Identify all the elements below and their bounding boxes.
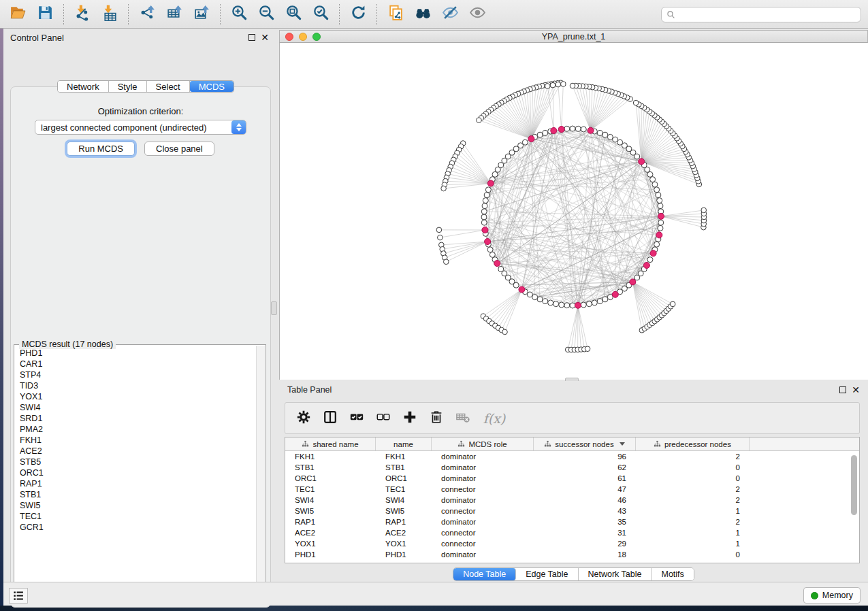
clone-network-button[interactable] xyxy=(383,3,408,26)
add-column-button[interactable] xyxy=(400,408,420,429)
table-scrollbar[interactable] xyxy=(851,455,857,515)
search-icon xyxy=(666,10,675,19)
task-history-button[interactable] xyxy=(9,588,28,604)
memory-label: Memory xyxy=(822,591,853,600)
table-row[interactable]: RAP1RAP1dominator352 xyxy=(285,516,859,527)
column-label: successor nodes xyxy=(555,440,613,448)
network-window-titlebar[interactable]: YPA_prune.txt_1 xyxy=(279,30,868,43)
select-all-button[interactable] xyxy=(347,408,367,429)
mcds-result-scrollbar[interactable] xyxy=(256,346,265,596)
mcds-result-item[interactable]: ACE2 xyxy=(20,446,255,457)
mcds-result-item[interactable]: PMA2 xyxy=(20,424,255,435)
table-cell: 0 xyxy=(636,550,750,559)
zoom-in-button[interactable] xyxy=(227,3,251,26)
close-panel-icon[interactable]: ✕ xyxy=(261,34,269,41)
table-cell: 47 xyxy=(534,485,636,493)
tab-select[interactable]: Select xyxy=(147,81,190,92)
mcds-result-item[interactable]: SRD1 xyxy=(20,413,255,424)
delete-column-button[interactable] xyxy=(426,408,447,429)
mcds-result-item[interactable]: STB1 xyxy=(20,489,255,500)
export-network-button[interactable] xyxy=(135,3,159,26)
mcds-result-list[interactable]: PHD1CAR1STP4TID3YOX1SWI4SRD1PMA2FKH1ACE2… xyxy=(15,348,255,594)
column-header-name[interactable]: name xyxy=(376,437,432,450)
column-header-MCDS-role[interactable]: MCDS role xyxy=(432,437,534,450)
node-table[interactable]: shared namenameMCDS rolesuccessor nodesp… xyxy=(285,437,860,563)
mcds-result-item[interactable]: GCR1 xyxy=(20,522,255,533)
float-table-panel-icon[interactable] xyxy=(839,386,846,393)
table-cell: 31 xyxy=(534,529,636,537)
table-row[interactable]: FKH1FKH1dominator962 xyxy=(285,451,859,462)
table-header-row: shared namenameMCDS rolesuccessor nodesp… xyxy=(285,437,859,451)
table-cell: dominator xyxy=(432,518,534,526)
open-file-button[interactable] xyxy=(5,3,30,26)
column-header-shared-name[interactable]: shared name xyxy=(285,437,376,450)
column-label: shared name xyxy=(312,440,358,448)
table-row[interactable]: TEC1TEC1connector472 xyxy=(285,484,859,495)
first-neighbors-button[interactable] xyxy=(411,3,435,26)
sort-desc-icon xyxy=(620,442,625,446)
tab-node-table[interactable]: Node Table xyxy=(453,568,516,580)
table-cell: connector xyxy=(432,485,534,493)
zoom-fit-button[interactable] xyxy=(281,3,306,26)
table-cell: STB1 xyxy=(285,463,376,472)
mcds-result-item[interactable]: SWI4 xyxy=(20,402,255,413)
tab-style[interactable]: Style xyxy=(109,81,147,92)
import-network-button[interactable] xyxy=(70,3,95,26)
delete-table-button xyxy=(453,408,473,429)
mcds-result-item[interactable]: SWI5 xyxy=(20,500,255,511)
show-all-button[interactable] xyxy=(465,3,489,26)
vertical-splitter-grip[interactable] xyxy=(271,301,277,315)
columns-button[interactable] xyxy=(320,408,340,429)
import-table-button[interactable] xyxy=(97,3,122,26)
table-cell: ACE2 xyxy=(376,529,432,537)
table-row[interactable]: PHD1PHD1dominator180 xyxy=(285,549,859,560)
float-panel-icon[interactable] xyxy=(248,34,255,41)
mcds-result-item[interactable]: STP4 xyxy=(20,369,255,380)
search-box[interactable] xyxy=(661,7,861,22)
column-header-successor-nodes[interactable]: successor nodes xyxy=(534,437,636,450)
network-graph[interactable] xyxy=(280,43,867,380)
mcds-result-item[interactable]: TEC1 xyxy=(20,511,255,522)
zoom-selected-button[interactable] xyxy=(308,3,333,26)
table-row[interactable]: SWI4SWI4dominator462 xyxy=(285,495,859,506)
export-table-button[interactable] xyxy=(162,3,187,26)
mcds-result-item[interactable]: ORC1 xyxy=(20,467,255,478)
table-cell: FKH1 xyxy=(285,452,376,461)
mcds-result-item[interactable]: STB5 xyxy=(20,457,255,467)
tab-mcds[interactable]: MCDS xyxy=(190,81,234,92)
function-builder-button: f(x) xyxy=(479,408,509,429)
search-input[interactable] xyxy=(675,7,861,22)
optimization-criterion-select[interactable]: largest connected component (undirected) xyxy=(35,120,246,135)
hide-selected-button[interactable] xyxy=(438,3,462,26)
mcds-result-item[interactable]: FKH1 xyxy=(20,435,255,446)
mcds-result-item[interactable]: YOX1 xyxy=(20,391,255,402)
save-session-button[interactable] xyxy=(33,3,57,26)
tab-motifs[interactable]: Motifs xyxy=(652,568,693,580)
deselect-all-button[interactable] xyxy=(373,408,393,429)
network-canvas[interactable] xyxy=(279,43,868,380)
table-row[interactable]: ACE2ACE2connector311 xyxy=(285,527,859,538)
tab-network[interactable]: Network xyxy=(58,81,109,92)
table-cell: connector xyxy=(432,507,534,515)
table-row[interactable]: YOX1YOX1connector291 xyxy=(285,538,859,549)
zoom-out-button[interactable] xyxy=(254,3,278,26)
tab-edge-table[interactable]: Edge Table xyxy=(516,568,578,580)
table-row[interactable]: STB1STB1dominator620 xyxy=(285,462,859,473)
memory-button[interactable]: Memory xyxy=(803,587,861,604)
mcds-result-item[interactable]: PHD1 xyxy=(20,348,255,359)
mcds-result-item[interactable]: CAR1 xyxy=(20,359,255,369)
export-image-button[interactable] xyxy=(189,3,214,26)
column-header-filler xyxy=(750,437,859,450)
gear-button[interactable] xyxy=(293,408,314,429)
close-table-panel-icon[interactable]: ✕ xyxy=(852,386,860,393)
column-header-predecessor-nodes[interactable]: predecessor nodes xyxy=(636,437,750,450)
mcds-result-item[interactable]: TID3 xyxy=(20,380,255,391)
mcds-result-item[interactable]: RAP1 xyxy=(20,478,255,489)
table-row[interactable]: SWI5SWI5connector431 xyxy=(285,506,859,516)
table-cell: dominator xyxy=(432,496,534,504)
close-panel-button[interactable]: Close panel xyxy=(144,142,214,156)
tab-network-table[interactable]: Network Table xyxy=(579,568,652,580)
run-mcds-button[interactable]: Run MCDS xyxy=(67,142,135,156)
refresh-network-button[interactable] xyxy=(346,3,370,26)
table-row[interactable]: ORC1ORC1dominator610 xyxy=(285,473,859,484)
